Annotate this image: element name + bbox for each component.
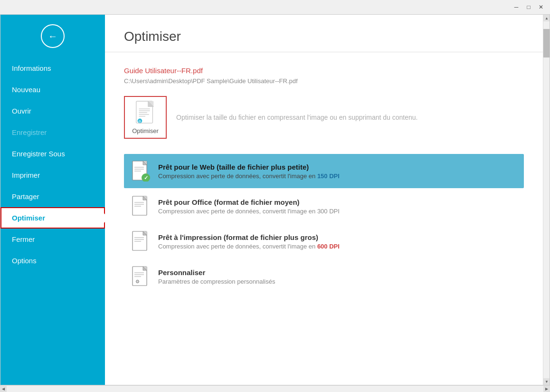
svg-text:✓: ✓ — [144, 175, 148, 181]
content-header: Optimiser — [105, 15, 550, 52]
file-name: Guide Utilisateur--FR.pdf — [124, 67, 524, 75]
option-icon-print — [132, 231, 151, 252]
scroll-down-button[interactable]: ▼ — [543, 378, 550, 385]
option-title-print: Prêt à l'impression (format de fichier p… — [158, 233, 516, 241]
option-item-custom[interactable]: ⚙ Personnaliser Paramètres de compressio… — [124, 259, 524, 294]
content-body: Guide Utilisateur--FR.pdf C:\Users\admin… — [105, 52, 550, 385]
option-icon-office — [132, 196, 151, 217]
option-text-web: Prêt pour le Web (taille de fichier plus… — [158, 163, 516, 180]
option-text-custom: Personnaliser Paramètres de compression … — [158, 268, 516, 285]
option-title-office: Prêt pour Office (format de fichier moye… — [158, 198, 516, 206]
option-item-office[interactable]: Prêt pour Office (format de fichier moye… — [124, 189, 524, 223]
scroll-up-button[interactable]: ▲ — [543, 15, 550, 21]
sidebar-nav: Informations Nouveau Ouvrir Enregistrer … — [0, 57, 105, 385]
scroll-thumb[interactable] — [543, 29, 550, 57]
optimiser-description: Optimiser la taille du fichier en compre… — [176, 113, 418, 123]
app-container: ← Informations Nouveau Ouvrir Enregistre… — [0, 14, 550, 385]
sidebar-item-imprimer[interactable]: Imprimer — [0, 164, 105, 186]
sidebar-item-optimiser[interactable]: Optimiser — [0, 207, 105, 229]
option-icon-custom: ⚙ — [132, 266, 151, 287]
minimize-button[interactable]: ─ — [511, 2, 522, 12]
optimiser-icon-box[interactable]: ⚙ Optimiser — [124, 96, 167, 139]
scrollbar-right[interactable]: ▲ ▼ — [543, 15, 550, 385]
content-area: Optimiser Guide Utilisateur--FR.pdf C:\U… — [105, 15, 550, 385]
option-title-custom: Personnaliser — [158, 268, 516, 277]
sidebar-item-fermer[interactable]: Fermer — [0, 229, 105, 250]
option-subtitle-office: Compression avec perte de données, conve… — [158, 208, 516, 215]
sidebar-item-nouveau[interactable]: Nouveau — [0, 79, 105, 100]
option-icon-web: ✓ — [132, 161, 151, 182]
sidebar-item-enregistrer-sous[interactable]: Enregistrer Sous — [0, 143, 105, 164]
option-title-web: Prêt pour le Web (taille de fichier plus… — [158, 163, 516, 171]
option-item-web[interactable]: ✓ Prêt pour le Web (taille de fichier pl… — [124, 154, 524, 188]
option-list: ✓ Prêt pour le Web (taille de fichier pl… — [124, 154, 524, 294]
maximize-button[interactable]: □ — [523, 2, 534, 12]
back-arrow-icon: ← — [48, 31, 57, 42]
title-bar: ─ □ ✕ — [0, 0, 550, 14]
option-subtitle-web: Compression avec perte de données, conve… — [158, 172, 516, 180]
close-button[interactable]: ✕ — [536, 2, 546, 12]
sidebar-item-options[interactable]: Options — [0, 250, 105, 271]
option-subtitle-custom: Paramètres de compression personnalisés — [158, 278, 516, 285]
file-path: C:\Users\admin\Desktop\PDF Sample\Guide … — [124, 77, 524, 85]
sidebar-item-informations[interactable]: Informations — [0, 57, 105, 79]
option-text-office: Prêt pour Office (format de fichier moye… — [158, 198, 516, 215]
scroll-left-button[interactable]: ◀ — [0, 386, 7, 392]
page-title: Optimiser — [124, 29, 531, 44]
optimiser-card: ⚙ Optimiser Optimiser la taille du fichi… — [124, 96, 524, 139]
scroll-right-button[interactable]: ▶ — [543, 386, 550, 392]
sidebar-item-enregistrer: Enregistrer — [0, 122, 105, 143]
svg-text:⚙: ⚙ — [135, 279, 140, 284]
bottom-scrollbar[interactable]: ◀ ▶ — [0, 385, 550, 392]
option-item-print[interactable]: Prêt à l'impression (format de fichier p… — [124, 224, 524, 258]
sidebar-back-area: ← — [0, 15, 105, 57]
optimiser-icon-label: Optimiser — [132, 127, 159, 134]
sidebar-item-partager[interactable]: Partager — [0, 186, 105, 207]
back-button[interactable]: ← — [41, 24, 65, 48]
option-text-print: Prêt à l'impression (format de fichier p… — [158, 233, 516, 250]
svg-text:⚙: ⚙ — [138, 119, 141, 123]
optimiser-pdf-icon: ⚙ — [135, 101, 156, 124]
sidebar: ← Informations Nouveau Ouvrir Enregistre… — [0, 15, 105, 385]
sidebar-item-ouvrir[interactable]: Ouvrir — [0, 100, 105, 122]
option-subtitle-print: Compression avec perte de données, conve… — [158, 243, 516, 250]
